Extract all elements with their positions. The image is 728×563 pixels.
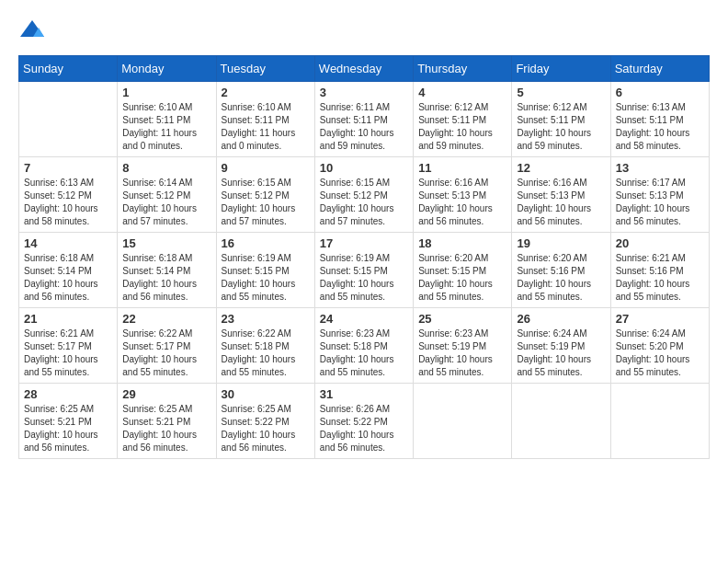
calendar-cell: 11Sunrise: 6:16 AM Sunset: 5:13 PM Dayli… <box>414 157 512 233</box>
day-number: 9 <box>222 161 310 175</box>
calendar-cell: 8Sunrise: 6:14 AM Sunset: 5:12 PM Daylig… <box>118 157 216 233</box>
day-info: Sunrise: 6:12 AM Sunset: 5:11 PM Dayligh… <box>517 101 605 153</box>
calendar-cell: 20Sunrise: 6:21 AM Sunset: 5:16 PM Dayli… <box>610 233 709 308</box>
logo-icon <box>18 18 46 46</box>
calendar-cell <box>610 384 709 459</box>
calendar-cell <box>414 384 512 459</box>
day-info: Sunrise: 6:10 AM Sunset: 5:11 PM Dayligh… <box>122 101 210 153</box>
day-number: 25 <box>418 312 506 326</box>
day-number: 21 <box>24 312 112 326</box>
calendar-cell <box>19 82 118 157</box>
day-info: Sunrise: 6:20 AM Sunset: 5:15 PM Dayligh… <box>418 252 506 304</box>
day-number: 18 <box>418 236 506 250</box>
calendar-week-row: 1Sunrise: 6:10 AM Sunset: 5:11 PM Daylig… <box>19 82 710 157</box>
day-number: 1 <box>122 86 210 99</box>
day-number: 5 <box>517 86 605 99</box>
day-info: Sunrise: 6:19 AM Sunset: 5:15 PM Dayligh… <box>222 252 310 304</box>
day-info: Sunrise: 6:15 AM Sunset: 5:12 PM Dayligh… <box>320 177 408 228</box>
day-info: Sunrise: 6:22 AM Sunset: 5:18 PM Dayligh… <box>222 327 310 379</box>
day-number: 19 <box>517 236 605 250</box>
calendar-cell: 22Sunrise: 6:22 AM Sunset: 5:17 PM Dayli… <box>118 308 216 384</box>
calendar-cell: 6Sunrise: 6:13 AM Sunset: 5:11 PM Daylig… <box>610 82 709 157</box>
calendar-cell: 31Sunrise: 6:26 AM Sunset: 5:22 PM Dayli… <box>314 384 413 459</box>
day-number: 10 <box>320 161 408 175</box>
day-info: Sunrise: 6:21 AM Sunset: 5:16 PM Dayligh… <box>616 252 704 304</box>
day-info: Sunrise: 6:16 AM Sunset: 5:13 PM Dayligh… <box>418 177 506 228</box>
day-info: Sunrise: 6:25 AM Sunset: 5:22 PM Dayligh… <box>222 403 310 454</box>
day-number: 28 <box>24 387 112 401</box>
day-info: Sunrise: 6:25 AM Sunset: 5:21 PM Dayligh… <box>122 403 210 454</box>
calendar-cell: 30Sunrise: 6:25 AM Sunset: 5:22 PM Dayli… <box>216 384 314 459</box>
calendar-cell: 9Sunrise: 6:15 AM Sunset: 5:12 PM Daylig… <box>216 157 314 233</box>
day-number: 6 <box>616 86 704 99</box>
header-cell: Thursday <box>414 56 512 82</box>
day-info: Sunrise: 6:23 AM Sunset: 5:19 PM Dayligh… <box>418 327 506 379</box>
day-number: 2 <box>222 86 310 99</box>
calendar-cell <box>512 384 610 459</box>
calendar-week-row: 14Sunrise: 6:18 AM Sunset: 5:14 PM Dayli… <box>19 233 710 308</box>
page-header <box>18 18 710 46</box>
day-number: 11 <box>418 161 506 175</box>
calendar-table: SundayMondayTuesdayWednesdayThursdayFrid… <box>18 55 710 459</box>
day-number: 15 <box>122 236 210 250</box>
calendar-cell: 24Sunrise: 6:23 AM Sunset: 5:18 PM Dayli… <box>314 308 413 384</box>
calendar-cell: 21Sunrise: 6:21 AM Sunset: 5:17 PM Dayli… <box>19 308 118 384</box>
day-info: Sunrise: 6:18 AM Sunset: 5:14 PM Dayligh… <box>122 252 210 304</box>
day-number: 24 <box>320 312 408 326</box>
calendar-cell: 25Sunrise: 6:23 AM Sunset: 5:19 PM Dayli… <box>414 308 512 384</box>
calendar-cell: 14Sunrise: 6:18 AM Sunset: 5:14 PM Dayli… <box>19 233 118 308</box>
day-info: Sunrise: 6:10 AM Sunset: 5:11 PM Dayligh… <box>222 101 310 153</box>
day-number: 31 <box>320 387 408 401</box>
calendar-cell: 13Sunrise: 6:17 AM Sunset: 5:13 PM Dayli… <box>610 157 709 233</box>
header-cell: Friday <box>512 56 610 82</box>
day-number: 8 <box>122 161 210 175</box>
calendar-cell: 10Sunrise: 6:15 AM Sunset: 5:12 PM Dayli… <box>314 157 413 233</box>
day-info: Sunrise: 6:13 AM Sunset: 5:11 PM Dayligh… <box>616 101 704 153</box>
day-info: Sunrise: 6:21 AM Sunset: 5:17 PM Dayligh… <box>24 327 112 379</box>
header-cell: Tuesday <box>216 56 314 82</box>
calendar-cell: 2Sunrise: 6:10 AM Sunset: 5:11 PM Daylig… <box>216 82 314 157</box>
calendar-cell: 3Sunrise: 6:11 AM Sunset: 5:11 PM Daylig… <box>314 82 413 157</box>
day-number: 30 <box>222 387 310 401</box>
header-cell: Wednesday <box>314 56 413 82</box>
day-number: 13 <box>616 161 704 175</box>
day-number: 29 <box>122 387 210 401</box>
day-info: Sunrise: 6:24 AM Sunset: 5:20 PM Dayligh… <box>616 327 704 379</box>
calendar-cell: 7Sunrise: 6:13 AM Sunset: 5:12 PM Daylig… <box>19 157 118 233</box>
day-number: 3 <box>320 86 408 99</box>
day-info: Sunrise: 6:15 AM Sunset: 5:12 PM Dayligh… <box>222 177 310 228</box>
day-info: Sunrise: 6:18 AM Sunset: 5:14 PM Dayligh… <box>24 252 112 304</box>
logo <box>18 18 50 46</box>
day-info: Sunrise: 6:17 AM Sunset: 5:13 PM Dayligh… <box>616 177 704 228</box>
day-info: Sunrise: 6:16 AM Sunset: 5:13 PM Dayligh… <box>517 177 605 228</box>
day-number: 16 <box>222 236 310 250</box>
day-number: 7 <box>24 161 112 175</box>
calendar-cell: 4Sunrise: 6:12 AM Sunset: 5:11 PM Daylig… <box>414 82 512 157</box>
calendar-cell: 26Sunrise: 6:24 AM Sunset: 5:19 PM Dayli… <box>512 308 610 384</box>
day-number: 27 <box>616 312 704 326</box>
calendar-week-row: 7Sunrise: 6:13 AM Sunset: 5:12 PM Daylig… <box>19 157 710 233</box>
calendar-cell: 16Sunrise: 6:19 AM Sunset: 5:15 PM Dayli… <box>216 233 314 308</box>
day-number: 20 <box>616 236 704 250</box>
day-number: 4 <box>418 86 506 99</box>
calendar-cell: 19Sunrise: 6:20 AM Sunset: 5:16 PM Dayli… <box>512 233 610 308</box>
day-info: Sunrise: 6:11 AM Sunset: 5:11 PM Dayligh… <box>320 101 408 153</box>
day-info: Sunrise: 6:26 AM Sunset: 5:22 PM Dayligh… <box>320 403 408 454</box>
calendar-cell: 1Sunrise: 6:10 AM Sunset: 5:11 PM Daylig… <box>118 82 216 157</box>
calendar-cell: 5Sunrise: 6:12 AM Sunset: 5:11 PM Daylig… <box>512 82 610 157</box>
header-cell: Sunday <box>19 56 118 82</box>
day-number: 12 <box>517 161 605 175</box>
day-info: Sunrise: 6:25 AM Sunset: 5:21 PM Dayligh… <box>24 403 112 454</box>
calendar-cell: 12Sunrise: 6:16 AM Sunset: 5:13 PM Dayli… <box>512 157 610 233</box>
calendar-cell: 15Sunrise: 6:18 AM Sunset: 5:14 PM Dayli… <box>118 233 216 308</box>
calendar-week-row: 21Sunrise: 6:21 AM Sunset: 5:17 PM Dayli… <box>19 308 710 384</box>
calendar-cell: 28Sunrise: 6:25 AM Sunset: 5:21 PM Dayli… <box>19 384 118 459</box>
day-info: Sunrise: 6:19 AM Sunset: 5:15 PM Dayligh… <box>320 252 408 304</box>
calendar-cell: 29Sunrise: 6:25 AM Sunset: 5:21 PM Dayli… <box>118 384 216 459</box>
day-info: Sunrise: 6:13 AM Sunset: 5:12 PM Dayligh… <box>24 177 112 228</box>
calendar-cell: 18Sunrise: 6:20 AM Sunset: 5:15 PM Dayli… <box>414 233 512 308</box>
header-cell: Saturday <box>610 56 709 82</box>
day-number: 14 <box>24 236 112 250</box>
calendar-week-row: 28Sunrise: 6:25 AM Sunset: 5:21 PM Dayli… <box>19 384 710 459</box>
calendar-cell: 17Sunrise: 6:19 AM Sunset: 5:15 PM Dayli… <box>314 233 413 308</box>
